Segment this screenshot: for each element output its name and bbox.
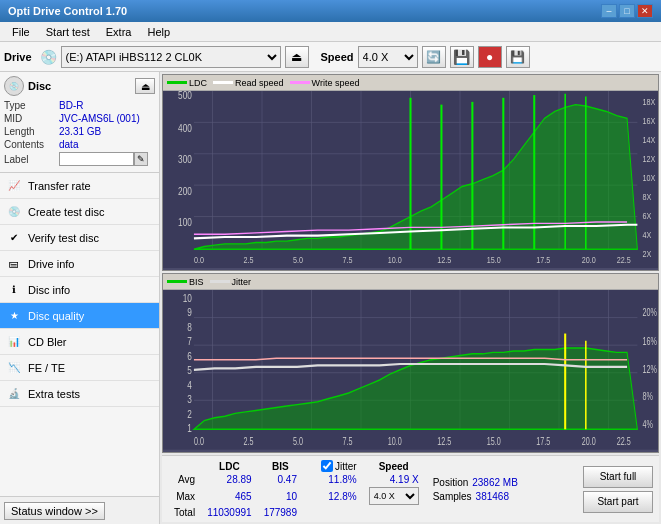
eject-button[interactable]: ⏏ — [285, 46, 309, 68]
menu-bar: File Start test Extra Help — [0, 22, 661, 42]
sidebar-item-disc-quality[interactable]: ★ Disc quality — [0, 303, 159, 329]
disc-icon: 💿 — [4, 76, 24, 96]
svg-text:18X: 18X — [643, 96, 656, 107]
drive-info-icon: 🖴 — [6, 256, 22, 272]
svg-text:12.5: 12.5 — [437, 436, 451, 448]
sidebar-item-fe-te[interactable]: 📉 FE / TE — [0, 355, 159, 381]
start-full-button[interactable]: Start full — [583, 466, 653, 488]
refresh-button[interactable]: 🔄 — [422, 46, 446, 68]
readspeed-legend-label: Read speed — [235, 78, 284, 88]
menu-extra[interactable]: Extra — [98, 24, 140, 40]
nav-label-create: Create test disc — [28, 206, 104, 218]
drive-select[interactable]: (E:) ATAPI iHBS112 2 CL0K — [61, 46, 281, 68]
total-label: Total — [168, 506, 201, 519]
nav-label-verify: Verify test disc — [28, 232, 99, 244]
mid-label: MID — [4, 113, 59, 124]
speed-select-stats[interactable]: 4.0 X — [369, 487, 419, 505]
svg-text:20.0: 20.0 — [582, 436, 596, 448]
svg-text:8%: 8% — [643, 391, 654, 403]
svg-text:300: 300 — [178, 153, 192, 165]
sidebar-item-transfer-rate[interactable]: 📈 Transfer rate — [0, 173, 159, 199]
sidebar-item-drive-info[interactable]: 🖴 Drive info — [0, 251, 159, 277]
svg-text:8: 8 — [187, 321, 192, 334]
disc-label-input[interactable] — [59, 152, 134, 166]
status-window-btn[interactable]: Status window >> — [4, 502, 105, 520]
avg-jitter: 11.8% — [315, 473, 363, 486]
disc-eject-btn[interactable]: ⏏ — [135, 78, 155, 94]
type-label: Type — [4, 100, 59, 111]
sidebar-item-extra-tests[interactable]: 🔬 Extra tests — [0, 381, 159, 407]
svg-text:17.5: 17.5 — [536, 254, 550, 265]
upper-chart-inner: 500 400 300 200 100 0.0 2.5 5.0 7.5 10.0… — [163, 91, 658, 268]
speed-col-header: Speed — [363, 459, 425, 473]
minimize-button[interactable]: – — [601, 4, 617, 18]
svg-text:3: 3 — [187, 393, 192, 406]
position-label: Position — [433, 477, 469, 488]
lower-chart-header: BIS Jitter — [163, 274, 658, 290]
svg-text:4X: 4X — [643, 229, 652, 240]
disc-panel: 💿 Disc ⏏ Type BD-R MID JVC-AMS6L (001) L… — [0, 72, 159, 173]
contents-label: Contents — [4, 139, 59, 150]
title-bar: Opti Drive Control 1.70 – □ ✕ — [0, 0, 661, 22]
extra-tests-icon: 🔬 — [6, 386, 22, 402]
sidebar-item-disc-info[interactable]: ℹ Disc info — [0, 277, 159, 303]
settings-button[interactable]: 💾 — [450, 46, 474, 68]
menu-help[interactable]: Help — [139, 24, 178, 40]
readspeed-legend-color — [213, 81, 233, 84]
upper-chart-header: LDC Read speed Write speed — [163, 75, 658, 91]
jitter-checkbox[interactable] — [321, 460, 333, 472]
svg-text:9: 9 — [187, 306, 192, 319]
nav-label-cd-bler: CD Bler — [28, 336, 67, 348]
max-ldc: 465 — [201, 486, 258, 506]
length-label: Length — [4, 126, 59, 137]
svg-text:16%: 16% — [643, 336, 658, 348]
sidebar-item-verify-test[interactable]: ✔ Verify test disc — [0, 225, 159, 251]
bis-legend-color — [167, 280, 187, 283]
start-part-button[interactable]: Start part — [583, 491, 653, 513]
close-button[interactable]: ✕ — [637, 4, 653, 18]
total-ldc: 11030991 — [201, 506, 258, 519]
chart-area: LDC Read speed Write speed — [160, 72, 661, 524]
svg-text:10.0: 10.0 — [388, 254, 402, 265]
svg-text:14X: 14X — [643, 134, 656, 145]
svg-text:6X: 6X — [643, 210, 652, 221]
nav-items: 📈 Transfer rate 💿 Create test disc ✔ Ver… — [0, 173, 159, 496]
status-window-area: Status window >> — [0, 496, 159, 524]
max-bis: 10 — [258, 486, 303, 506]
maximize-button[interactable]: □ — [619, 4, 635, 18]
lower-chart-svg: 10 9 8 7 6 5 4 3 2 1 0.0 2.5 5.0 7.5 10.… — [163, 290, 658, 450]
main-layout: 💿 Disc ⏏ Type BD-R MID JVC-AMS6L (001) L… — [0, 72, 661, 524]
svg-text:20.0: 20.0 — [582, 254, 596, 265]
create-test-icon: 💿 — [6, 204, 22, 220]
svg-text:12.5: 12.5 — [437, 254, 451, 265]
svg-text:10.0: 10.0 — [388, 436, 402, 448]
menu-starttest[interactable]: Start test — [38, 24, 98, 40]
jitter-legend-color — [210, 280, 230, 283]
sidebar-item-cd-bler[interactable]: 📊 CD Bler — [0, 329, 159, 355]
app-title: Opti Drive Control 1.70 — [8, 5, 127, 17]
total-bis: 177989 — [258, 506, 303, 519]
writespeed-legend-color — [290, 81, 310, 84]
svg-text:16X: 16X — [643, 115, 656, 126]
save-button[interactable]: 💾 — [506, 46, 530, 68]
label-edit-btn[interactable]: ✎ — [134, 152, 148, 166]
menu-file[interactable]: File — [4, 24, 38, 40]
nav-label-disc-quality: Disc quality — [28, 310, 84, 322]
ldc-legend-label: LDC — [189, 78, 207, 88]
sidebar-item-create-test[interactable]: 💿 Create test disc — [0, 199, 159, 225]
upper-chart-panel: LDC Read speed Write speed — [162, 74, 659, 271]
info-button[interactable]: ● — [478, 46, 502, 68]
speed-select[interactable]: 4.0 X — [358, 46, 418, 68]
svg-text:500: 500 — [178, 91, 192, 101]
avg-bis: 0.47 — [258, 473, 303, 486]
start-buttons: Start full Start part — [583, 466, 653, 513]
svg-text:22.5: 22.5 — [617, 436, 631, 448]
svg-text:22.5: 22.5 — [617, 254, 631, 265]
lower-chart-panel: BIS Jitter — [162, 273, 659, 453]
nav-label-transfer: Transfer rate — [28, 180, 91, 192]
svg-text:6: 6 — [187, 350, 192, 363]
disc-info-icon: ℹ — [6, 282, 22, 298]
svg-text:400: 400 — [178, 122, 192, 134]
ldc-col-header: LDC — [201, 459, 258, 473]
svg-text:4%: 4% — [643, 419, 654, 431]
